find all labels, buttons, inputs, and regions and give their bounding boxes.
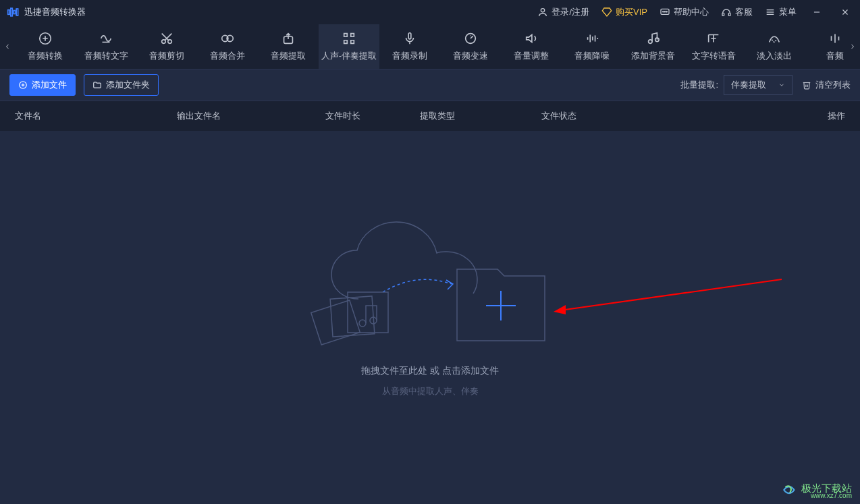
drop-text-secondary: 从音频中提取人声、伴奏 (382, 385, 479, 397)
action-bar-right: 批量提取: 伴奏提取 清空列表 (680, 75, 851, 95)
toolbar-prev-button[interactable] (0, 24, 15, 69)
svg-rect-1 (11, 8, 12, 16)
drop-text-primary: 拖拽文件至此处 或 点击添加文件 (361, 365, 499, 377)
tool-merge[interactable]: 音频合并 (197, 24, 258, 69)
tool-label: 音频转换 (28, 50, 63, 62)
svg-rect-10 (728, 13, 730, 16)
tts-icon (706, 31, 721, 46)
watermark-icon (781, 480, 799, 497)
tool-tts[interactable]: 文字转语音 (683, 24, 744, 69)
cut-icon (159, 31, 174, 46)
tool-label: 文字转语音 (692, 50, 736, 62)
tool-speed[interactable]: 音频变速 (440, 24, 501, 69)
tool-label: 音频提取 (271, 50, 306, 62)
tool-cut[interactable]: 音频剪切 (136, 24, 197, 69)
close-button[interactable] (837, 4, 853, 20)
svg-line-45 (560, 279, 782, 310)
headset-icon (721, 7, 732, 18)
app-title: 迅捷音频转换器 (24, 6, 86, 18)
tool-bgm[interactable]: 添加背景音 (622, 24, 683, 69)
batch-extract-select[interactable]: 伴奏提取 (724, 75, 792, 95)
tool-label: 音频剪切 (149, 50, 184, 62)
svg-point-7 (664, 11, 665, 12)
user-icon (537, 7, 548, 18)
svg-rect-2 (14, 11, 16, 14)
action-bar: 添加文件 添加文件夹 批量提取: 伴奏提取 清空列表 (0, 69, 860, 101)
login-button[interactable]: 登录/注册 (537, 6, 589, 18)
tool-volume[interactable]: 音量调整 (501, 24, 562, 69)
annotation-arrow (552, 277, 788, 317)
svg-rect-3 (16, 9, 18, 16)
add-file-button[interactable]: 添加文件 (9, 74, 76, 96)
table-header: 文件名 输出文件名 文件时长 提取类型 文件状态 操作 (0, 101, 860, 131)
tool-more[interactable]: 音频 (805, 24, 845, 69)
col-extract-type: 提取类型 (420, 110, 541, 122)
minimize-button[interactable] (809, 4, 825, 20)
tool-denoise[interactable]: 音频降噪 (562, 24, 622, 69)
tool-label: 人声-伴奏提取 (321, 50, 377, 62)
drop-zone[interactable]: 拖拽文件至此处 或 点击添加文件 从音频中提取人声、伴奏 极光下载站 www.x… (0, 131, 860, 504)
col-filename: 文件名 (15, 110, 177, 122)
merge-icon (220, 31, 235, 46)
help-center-button[interactable]: 帮助中心 (660, 6, 709, 18)
titlebar: 迅捷音频转换器 登录/注册 购买VIP 帮助中心 客服 菜单 (0, 0, 860, 24)
volume-icon (524, 31, 539, 46)
tool-extract[interactable]: 音频提取 (258, 24, 319, 69)
chevron-left-icon (3, 43, 11, 51)
more-icon (828, 31, 842, 46)
col-actions: 操作 (828, 110, 845, 122)
col-output-name: 输出文件名 (177, 110, 325, 122)
svg-point-6 (663, 11, 664, 12)
col-file-status: 文件状态 (541, 110, 676, 122)
trash-icon (802, 80, 811, 90)
fade-icon (767, 31, 782, 46)
extract-icon (281, 31, 296, 46)
close-icon (840, 7, 850, 17)
tool-convert[interactable]: 音频转换 (15, 24, 76, 69)
drop-illustration (302, 218, 558, 353)
bgm-icon (645, 31, 660, 46)
tool-vocal[interactable]: 人声-伴奏提取 (319, 24, 379, 69)
clear-list-button[interactable]: 清空列表 (802, 79, 851, 91)
app-logo-icon (7, 5, 20, 19)
folder-icon (92, 80, 102, 90)
menu-button[interactable]: 菜单 (765, 6, 797, 18)
svg-point-4 (541, 9, 545, 12)
svg-rect-40 (311, 300, 360, 344)
svg-point-43 (359, 320, 366, 327)
add-folder-button[interactable]: 添加文件夹 (84, 74, 159, 96)
tool-to-text[interactable]: 音频转文字 (76, 24, 136, 69)
toolbar: 音频转换音频转文字音频剪切音频合并音频提取人声-伴奏提取音频录制音频变速音量调整… (0, 24, 860, 69)
tool-label: 淡入淡出 (757, 50, 792, 62)
svg-rect-41 (330, 296, 375, 336)
toolbar-items: 音频转换音频转文字音频剪切音频合并音频提取人声-伴奏提取音频录制音频变速音量调整… (15, 24, 845, 69)
chat-icon (660, 7, 670, 18)
tool-record[interactable]: 音频录制 (379, 24, 440, 69)
speed-icon (463, 31, 478, 46)
tool-fade[interactable]: 淡入淡出 (744, 24, 805, 69)
record-icon (402, 31, 417, 46)
buy-vip-button[interactable]: 购买VIP (601, 6, 647, 18)
tool-label: 音频录制 (392, 50, 427, 62)
to-text-icon (99, 31, 113, 46)
tool-label: 音频降噪 (574, 50, 610, 62)
chevron-down-icon (778, 82, 785, 88)
support-button[interactable]: 客服 (721, 6, 753, 18)
toolbar-next-button[interactable] (845, 24, 860, 69)
chevron-right-icon (849, 43, 857, 51)
denoise-icon (585, 31, 599, 46)
tool-label: 添加背景音 (631, 50, 675, 62)
minimize-icon (812, 7, 822, 17)
vocal-icon (342, 31, 356, 46)
diamond-icon (601, 7, 612, 18)
tool-label: 音频转文字 (84, 50, 128, 62)
titlebar-actions: 登录/注册 购买VIP 帮助中心 客服 菜单 (537, 4, 853, 20)
tool-label: 音频变速 (453, 50, 488, 62)
svg-point-8 (666, 11, 667, 12)
svg-rect-23 (408, 33, 411, 39)
batch-extract-label: 批量提取: (680, 79, 718, 91)
batch-extract-control: 批量提取: 伴奏提取 (680, 75, 792, 95)
convert-icon (38, 31, 53, 46)
svg-rect-0 (8, 10, 9, 15)
svg-rect-9 (722, 13, 724, 16)
